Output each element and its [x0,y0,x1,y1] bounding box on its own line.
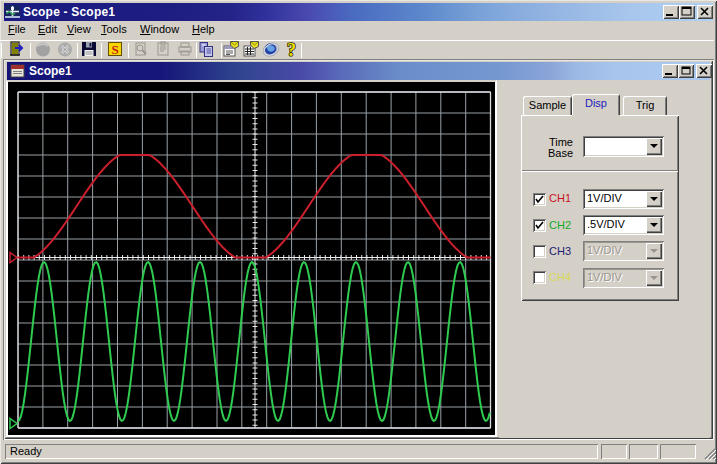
svg-text:S: S [111,42,118,57]
svg-text:?: ? [287,41,296,58]
